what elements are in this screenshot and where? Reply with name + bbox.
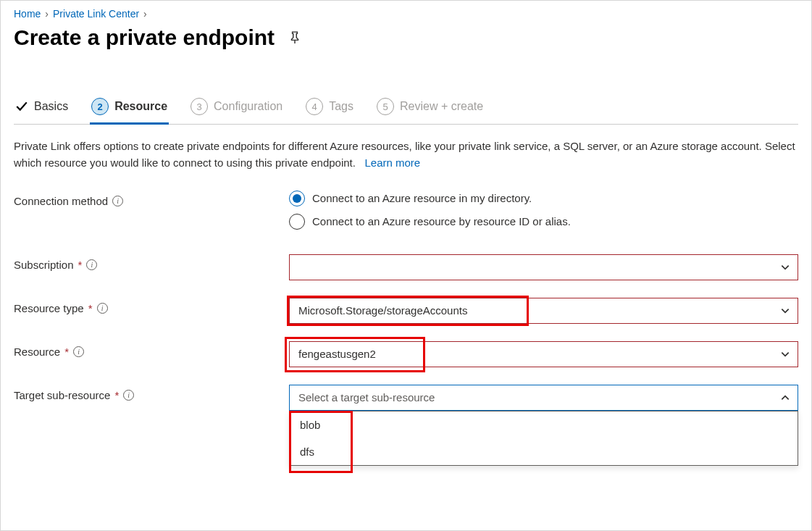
step-number: 4 — [306, 98, 323, 115]
breadcrumb-private-link-center[interactable]: Private Link Center — [53, 8, 139, 20]
tab-label: Review + create — [400, 100, 483, 113]
tab-tags[interactable]: 4 Tags — [304, 93, 355, 124]
page-title: Create a private endpoint — [14, 25, 798, 50]
check-icon — [15, 100, 28, 113]
chevron-down-icon — [780, 306, 790, 316]
resource-type-select[interactable]: Microsoft.Storage/storageAccounts — [289, 298, 798, 324]
chevron-down-icon — [780, 349, 790, 359]
connection-method-option-resource-id[interactable]: Connect to an Azure resource by resource… — [289, 214, 798, 230]
resource-label: Resource * i — [14, 341, 289, 358]
tab-resource[interactable]: 2 Resource — [90, 93, 169, 124]
chevron-up-icon — [780, 393, 790, 403]
target-sub-resource-dropdown: blob dfs — [289, 411, 798, 466]
wizard-tabs: Basics 2 Resource 3 Configuration 4 Tags… — [14, 93, 798, 125]
resource-type-label: Resource type * i — [14, 298, 289, 314]
breadcrumb: Home › Private Link Center › — [14, 8, 798, 20]
subscription-select[interactable] — [289, 254, 798, 280]
tab-label: Configuration — [214, 100, 282, 113]
info-icon[interactable]: i — [86, 259, 97, 270]
tab-review-create[interactable]: 5 Review + create — [375, 93, 485, 124]
info-icon[interactable]: i — [123, 390, 134, 401]
tab-configuration[interactable]: 3 Configuration — [189, 93, 284, 124]
chevron-right-icon: › — [45, 8, 49, 20]
breadcrumb-home[interactable]: Home — [14, 8, 41, 20]
step-number: 5 — [377, 98, 394, 115]
dropdown-option-blob[interactable]: blob — [290, 411, 798, 438]
step-number: 3 — [191, 98, 208, 115]
learn-more-link[interactable]: Learn more — [364, 156, 420, 169]
info-icon[interactable]: i — [73, 346, 84, 357]
radio-icon — [289, 214, 305, 230]
target-sub-resource-select[interactable]: Select a target sub-resource — [289, 385, 798, 411]
step-number: 2 — [91, 98, 109, 115]
resource-select[interactable]: fengeastusgen2 — [289, 341, 798, 367]
info-icon[interactable]: i — [97, 303, 108, 314]
tab-basics[interactable]: Basics — [14, 93, 70, 124]
tab-label: Basics — [34, 100, 68, 113]
connection-method-label: Connection method i — [14, 191, 289, 207]
radio-icon — [289, 191, 305, 206]
tab-label: Tags — [329, 100, 353, 113]
subscription-label: Subscription * i — [14, 254, 289, 271]
pin-icon[interactable] — [288, 30, 302, 45]
dropdown-option-dfs[interactable]: dfs — [290, 438, 798, 465]
chevron-down-icon — [780, 262, 790, 272]
chevron-right-icon: › — [143, 8, 147, 20]
connection-method-option-directory[interactable]: Connect to an Azure resource in my direc… — [289, 191, 798, 206]
info-icon[interactable]: i — [112, 196, 123, 206]
tab-label: Resource — [114, 100, 167, 113]
tab-description: Private Link offers options to create pr… — [14, 138, 798, 172]
target-sub-resource-label: Target sub-resource * i — [14, 385, 289, 401]
